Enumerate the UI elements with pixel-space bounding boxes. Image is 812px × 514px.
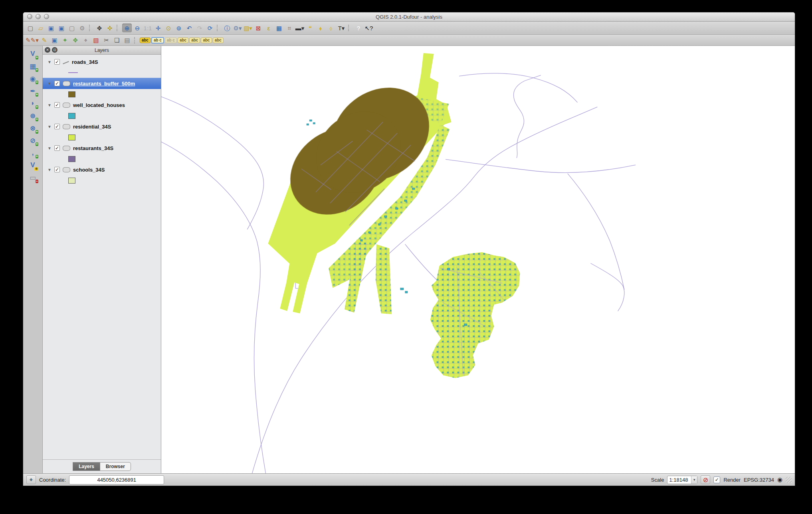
layer-visibility-checkbox[interactable]: ✓: [54, 102, 60, 108]
pan-to-selection-button[interactable]: ✜: [105, 24, 115, 32]
panel-close-icon[interactable]: ✕: [45, 47, 50, 53]
map-canvas[interactable]: [161, 46, 795, 473]
delete-selected-button[interactable]: ▧: [91, 36, 101, 45]
add-raster-layer-button[interactable]: ▦ +: [27, 61, 39, 71]
label-pin-button[interactable]: abc: [178, 36, 188, 45]
layer-type-icon: [63, 103, 70, 108]
expand-triangle-icon[interactable]: ▼: [48, 81, 51, 86]
move-feature-button[interactable]: ✥: [71, 36, 80, 45]
save-project-as-button[interactable]: ▣: [57, 24, 66, 32]
toolbar-separator: [217, 25, 220, 31]
select-features-button[interactable]: ▧▾: [243, 24, 253, 32]
title-bar[interactable]: QGIS 2.0.1-Dufour - analysis: [23, 12, 795, 22]
label-change-button[interactable]: abc: [201, 36, 212, 45]
whats-this-button[interactable]: ↖?: [364, 24, 374, 32]
layer-row[interactable]: ▼ ✓ restaurants_34S: [43, 142, 161, 154]
new-project-button[interactable]: ▢: [26, 24, 35, 32]
select-by-expression-button[interactable]: ε: [264, 24, 273, 32]
toolbar-separator: [348, 25, 352, 31]
stop-render-icon[interactable]: ⊘: [701, 475, 710, 484]
window-zoom-button[interactable]: [44, 14, 49, 19]
label-move-button[interactable]: ab c: [151, 36, 164, 45]
measure-button[interactable]: ▬▾: [295, 24, 305, 32]
add-wcs-layer-button[interactable]: ⊗ +: [27, 123, 39, 133]
paste-features-button[interactable]: ▤: [123, 36, 132, 45]
save-project-button[interactable]: ▣: [46, 24, 56, 32]
add-mssql-layer-button[interactable]: ◗ +: [27, 99, 39, 108]
new-shapefile-button[interactable]: V ✱: [27, 160, 39, 170]
coordinate-input[interactable]: [69, 475, 164, 484]
add-postgis-layer-button[interactable]: ◉ +: [27, 74, 39, 83]
zoom-native-button[interactable]: 1:1: [143, 24, 152, 32]
layer-legend-row: [43, 132, 161, 142]
zoom-to-layer-button[interactable]: ⊚: [174, 24, 184, 32]
add-vector-layer-button[interactable]: V +: [27, 49, 39, 59]
toolbar-icon: ✎: [42, 37, 47, 43]
new-bookmark-button[interactable]: ⬧: [316, 24, 325, 32]
render-checkbox[interactable]: ✓: [713, 476, 720, 483]
current-edits-button[interactable]: ✎✎▾: [26, 36, 39, 45]
help-contents-button[interactable]: ?: [354, 24, 363, 32]
composer-manager-button[interactable]: ⚙: [77, 24, 87, 32]
pan-map-button[interactable]: ✥: [95, 24, 104, 32]
chevron-down-icon[interactable]: ▾: [691, 476, 697, 484]
layer-visibility-checkbox[interactable]: ✓: [54, 59, 60, 65]
node-tool-button[interactable]: ⌖: [81, 36, 91, 45]
zoom-last-button[interactable]: ↶: [184, 24, 194, 32]
label-layer-button[interactable]: abc: [140, 36, 151, 45]
layer-row[interactable]: ▼ ✓ residential_34S: [43, 121, 161, 132]
expand-triangle-icon[interactable]: ▼: [48, 168, 51, 172]
layer-visibility-checkbox[interactable]: ✓: [54, 167, 60, 172]
layer-row[interactable]: ▼ ✓ roads_34S: [43, 56, 161, 67]
run-feature-action-button[interactable]: ⚙▾: [233, 24, 242, 32]
resize-grip[interactable]: [786, 477, 792, 483]
text-annotation-button[interactable]: T▾: [337, 24, 346, 32]
layer-row[interactable]: ▼ ✓ restaurants_buffer_500m: [43, 78, 161, 89]
expand-triangle-icon[interactable]: ▼: [48, 125, 51, 129]
expand-triangle-icon[interactable]: ▼: [48, 103, 51, 107]
label-show-hide-button[interactable]: abc: [189, 36, 200, 45]
expand-triangle-icon[interactable]: ▼: [48, 146, 51, 150]
copy-features-button[interactable]: ❏: [112, 36, 122, 45]
crs-status-icon[interactable]: ◉: [777, 476, 782, 483]
add-wfs-layer-button[interactable]: ⊘ +: [27, 136, 39, 145]
remove-layer-button[interactable]: ▭ −: [27, 173, 39, 182]
expand-triangle-icon[interactable]: ▼: [48, 60, 51, 64]
coordinate-capture-icon[interactable]: ⌖: [26, 475, 36, 484]
deselect-features-button[interactable]: ⊠: [254, 24, 263, 32]
add-delimited-text-button[interactable]: , +: [27, 148, 39, 158]
identify-features-button[interactable]: ⓘ: [222, 24, 232, 32]
tab-layers[interactable]: Layers: [73, 462, 100, 471]
add-spatialite-layer-button[interactable]: ✒ +: [27, 86, 39, 96]
layer-row[interactable]: ▼ ✓ well_located_houses: [43, 99, 161, 111]
show-bookmarks-button[interactable]: ⬨: [326, 24, 336, 32]
refresh-map-button[interactable]: ⟳: [205, 24, 215, 32]
panel-float-icon[interactable]: ⊡: [52, 47, 57, 53]
zoom-in-button[interactable]: ⊕: [122, 24, 132, 32]
window-close-button[interactable]: [27, 14, 32, 19]
add-feature-button[interactable]: ✦: [60, 36, 70, 45]
attribute-table-button[interactable]: ▦: [274, 24, 284, 32]
zoom-out-button[interactable]: ⊖: [133, 24, 142, 32]
layer-row[interactable]: ▼ ✓ schools_34S: [43, 164, 161, 175]
layer-visibility-checkbox[interactable]: ✓: [54, 81, 60, 86]
field-calculator-button[interactable]: ⌗: [285, 24, 294, 32]
label-properties-button[interactable]: abc: [213, 36, 224, 45]
tab-browser[interactable]: Browser: [100, 462, 131, 471]
layers-panel-header[interactable]: ✕ ⊡ Layers: [43, 46, 161, 55]
label-rotate-button[interactable]: ab c: [165, 36, 177, 45]
zoom-to-selection-button[interactable]: ⊙: [164, 24, 173, 32]
map-tips-button[interactable]: ❝: [305, 24, 315, 32]
layer-visibility-checkbox[interactable]: ✓: [54, 145, 60, 151]
cut-features-button[interactable]: ✂: [102, 36, 111, 45]
new-composer-button[interactable]: ▢: [67, 24, 77, 32]
save-layer-edits-button[interactable]: ▣: [50, 36, 59, 45]
window-minimize-button[interactable]: [36, 14, 41, 19]
toggle-editing-button[interactable]: ✎: [40, 36, 49, 45]
layer-visibility-checkbox[interactable]: ✓: [54, 124, 60, 129]
add-wms-layer-button[interactable]: ⊛ +: [27, 111, 39, 121]
open-project-button[interactable]: ▱: [36, 24, 46, 32]
zoom-full-button[interactable]: ✛: [153, 24, 163, 32]
scale-combo[interactable]: 1:18148 ▾: [667, 476, 697, 484]
zoom-next-button[interactable]: ↷: [195, 24, 204, 32]
